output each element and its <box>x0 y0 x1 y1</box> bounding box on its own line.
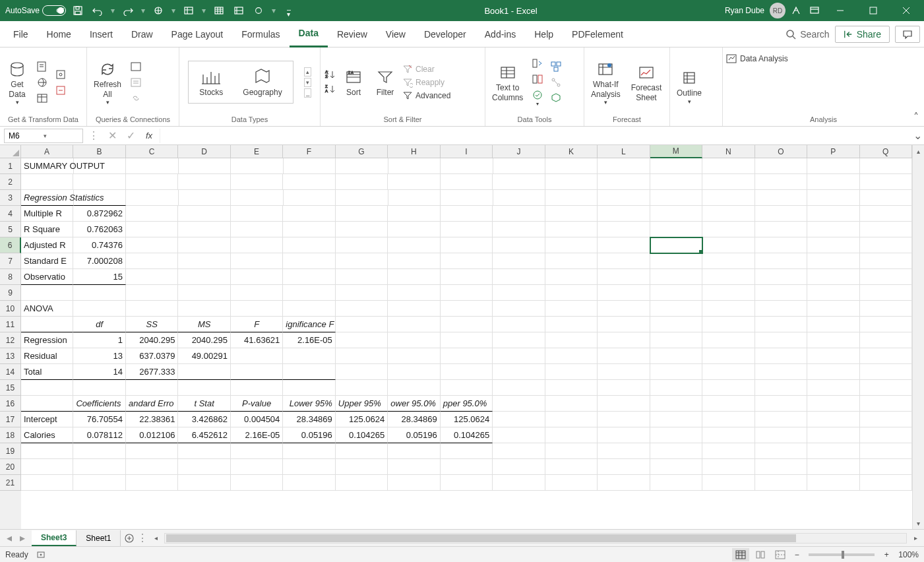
cell[interactable]: Standard E <box>21 253 73 269</box>
cell[interactable]: Residual <box>21 348 73 364</box>
row-header[interactable]: 18 <box>0 427 21 443</box>
cell[interactable] <box>807 443 859 459</box>
cell[interactable]: Calories <box>21 427 73 443</box>
cell[interactable] <box>598 412 650 427</box>
cell[interactable] <box>21 475 73 491</box>
cell[interactable] <box>755 396 807 412</box>
cell[interactable] <box>126 158 178 174</box>
cell[interactable] <box>860 380 912 396</box>
cell[interactable] <box>283 206 335 222</box>
col-header[interactable]: B <box>73 145 125 158</box>
cell[interactable] <box>283 364 335 380</box>
formula-input[interactable] <box>160 129 911 143</box>
cell[interactable]: Lower 95% <box>283 396 335 412</box>
row-header[interactable]: 5 <box>0 222 21 237</box>
add-sheet-button[interactable] <box>121 533 138 544</box>
cell[interactable]: 0.004504 <box>231 412 283 427</box>
sort-asc-icon[interactable]: AZ <box>323 69 336 82</box>
cell[interactable]: 0.104265 <box>441 427 493 443</box>
cell[interactable] <box>860 443 912 459</box>
cell[interactable] <box>860 332 912 348</box>
cell[interactable] <box>860 412 912 427</box>
cell[interactable]: 2040.295 <box>126 332 178 348</box>
cell[interactable] <box>650 317 702 332</box>
remove-dup-icon[interactable] <box>530 72 545 86</box>
edit-links-icon[interactable] <box>128 91 144 106</box>
from-text-icon[interactable] <box>34 59 50 74</box>
cell[interactable]: 6.452612 <box>178 427 230 443</box>
zoom-level[interactable]: 100% <box>898 550 919 559</box>
cell[interactable] <box>493 475 545 491</box>
cell[interactable] <box>336 301 388 317</box>
row-header[interactable]: 4 <box>0 206 21 222</box>
save-icon[interactable] <box>70 3 86 18</box>
cell[interactable] <box>231 222 283 237</box>
cell[interactable]: 637.0379 <box>126 348 178 364</box>
col-header[interactable]: C <box>126 145 178 158</box>
cell[interactable] <box>336 317 388 332</box>
cell[interactable] <box>702 222 755 237</box>
cell[interactable] <box>598 237 650 253</box>
cell[interactable]: F <box>231 317 283 332</box>
cell[interactable] <box>493 190 545 206</box>
cell[interactable] <box>178 459 230 475</box>
cell[interactable]: 2.16E-05 <box>283 332 335 348</box>
normal-view-icon[interactable] <box>732 548 749 561</box>
cell[interactable] <box>231 269 283 285</box>
cell[interactable] <box>493 348 545 364</box>
cell[interactable] <box>755 269 807 285</box>
col-header[interactable]: J <box>493 145 545 158</box>
row-header[interactable]: 10 <box>0 301 21 317</box>
cell[interactable] <box>545 237 598 253</box>
cell[interactable] <box>493 427 545 443</box>
tab-view[interactable]: View <box>377 21 415 47</box>
cell[interactable] <box>650 459 702 475</box>
qat-icon-2[interactable] <box>181 3 197 18</box>
cell[interactable] <box>807 412 859 427</box>
name-box[interactable]: M6▾ <box>4 129 83 143</box>
cell[interactable] <box>493 396 545 412</box>
page-break-view-icon[interactable] <box>772 548 789 561</box>
cell[interactable] <box>650 253 702 269</box>
cell[interactable] <box>441 269 493 285</box>
cell[interactable] <box>231 285 283 301</box>
cell[interactable] <box>755 174 807 190</box>
cell[interactable] <box>231 380 283 396</box>
cell[interactable] <box>545 475 598 491</box>
text-to-columns-button[interactable]: Text to Columns <box>488 61 527 104</box>
cell[interactable] <box>493 237 545 253</box>
cell[interactable] <box>598 380 650 396</box>
cell[interactable] <box>21 443 73 459</box>
cell[interactable]: Total <box>21 364 73 380</box>
cell[interactable]: SUMMARY OUTPUT <box>21 158 74 174</box>
tab-add-ins[interactable]: Add-ins <box>476 21 525 47</box>
cell[interactable]: 14 <box>73 364 125 380</box>
cell[interactable] <box>336 190 388 206</box>
cell[interactable] <box>702 396 755 412</box>
scroll-up-icon[interactable]: ▴ <box>913 145 924 157</box>
cell[interactable] <box>178 237 230 253</box>
row-header[interactable]: 3 <box>0 190 21 206</box>
qat-icon-5[interactable] <box>251 3 266 18</box>
from-table-icon[interactable] <box>34 91 50 106</box>
coming-soon-icon[interactable] <box>788 3 804 18</box>
cell[interactable] <box>73 301 125 317</box>
tab-developer[interactable]: Developer <box>415 21 476 47</box>
cell[interactable]: 7.000208 <box>73 253 125 269</box>
cell[interactable] <box>755 222 807 237</box>
sheet-tab[interactable]: Sheet1 <box>77 530 121 546</box>
cell[interactable] <box>388 475 440 491</box>
cell[interactable] <box>860 427 912 443</box>
row-header[interactable]: 2 <box>0 174 21 190</box>
cell[interactable] <box>231 158 283 174</box>
reapply-button[interactable]: Reapply <box>402 77 450 88</box>
cell[interactable] <box>388 222 440 237</box>
flash-fill-icon[interactable] <box>530 56 545 71</box>
cell[interactable] <box>388 285 440 301</box>
cell[interactable] <box>178 206 230 222</box>
scroll-down-icon[interactable]: ▾ <box>913 517 924 529</box>
cell[interactable] <box>860 222 912 237</box>
cell[interactable] <box>545 174 598 190</box>
cell[interactable] <box>493 380 545 396</box>
cell[interactable] <box>283 380 335 396</box>
